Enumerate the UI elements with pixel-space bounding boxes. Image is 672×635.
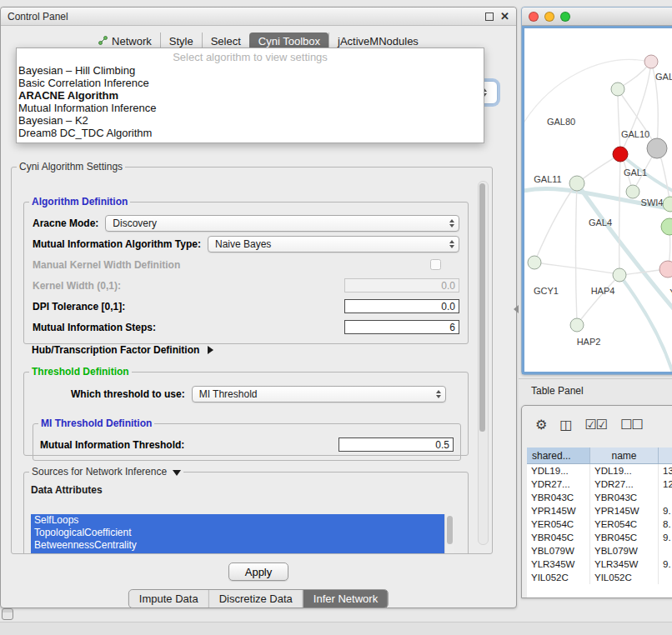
network-graph: GALGAL80GAL10GAL11GAL1SWI4GAL4GCY1HAP4YH…	[524, 28, 672, 373]
algorithm-option-mutual-information-inference[interactable]: Mutual Information Inference	[17, 102, 484, 114]
collapse-arrow-icon[interactable]	[173, 470, 181, 476]
table-cell: YLR345W	[527, 558, 590, 571]
algorithm-option-dream8-dc-tdc-algorithm[interactable]: Dream8 DC_TDC Algorithm	[17, 127, 484, 139]
table-cell: YBR045C	[590, 531, 659, 544]
panel-divider-handle[interactable]	[514, 305, 519, 313]
settings-gear-icon[interactable]: ⚙	[535, 418, 546, 432]
graph-node[interactable]	[644, 55, 658, 68]
graph-edge[interactable]	[578, 275, 619, 323]
column-header-extra[interactable]	[659, 448, 672, 463]
settings-scrollbar[interactable]	[478, 181, 489, 545]
graph-edge[interactable]	[619, 155, 620, 275]
table-row[interactable]: YER054CYER054C8.	[527, 518, 672, 531]
dpi-tolerance-field[interactable]: 0.0	[344, 299, 459, 313]
manual-kernel-width-checkbox[interactable]	[430, 259, 441, 270]
sources-title: Sources for Network Inference	[29, 466, 183, 478]
table-cell: YER054C	[527, 518, 590, 531]
column-header-name[interactable]: name	[590, 448, 659, 463]
algorithm-definition-title: Algorithm Definition	[29, 196, 130, 208]
control-panel-window: Control Panel ✕ NetworkStyleSelectCyni T…	[0, 7, 517, 608]
bottom-tab-discretize-data[interactable]: Discretize Data	[208, 590, 303, 608]
attributes-scrollbar[interactable]	[444, 514, 454, 554]
algorithm-option-aracne-algorithm[interactable]: ARACNE Algorithm	[17, 89, 484, 102]
algorithm-option-bayesian-k2[interactable]: Bayesian – K2	[17, 114, 484, 127]
table-row[interactable]: YPR145WYPR145W9.	[527, 504, 672, 518]
graph-edge[interactable]	[618, 89, 620, 152]
graph-node[interactable]	[528, 256, 541, 269]
combobox-stepper-icon	[449, 219, 454, 228]
threshold-definition-title: Threshold Definition	[29, 366, 132, 378]
bottom-tab-impute-data[interactable]: Impute Data	[129, 590, 208, 608]
mi-threshold-field[interactable]: 0.5	[339, 438, 454, 452]
data-attributes-list: SelfLoopsTopologicalCoefficientBetweenne…	[31, 514, 454, 554]
table-row[interactable]: YDR27...YDR27...12	[527, 478, 672, 491]
graph-node[interactable]	[659, 261, 672, 278]
graph-edge[interactable]	[534, 185, 575, 262]
mi-algorithm-type-select[interactable]: Naive Bayes	[208, 236, 459, 252]
graph-node[interactable]	[626, 185, 639, 198]
tab-label: Select	[211, 35, 241, 48]
table-row[interactable]: YIL052CYIL052C	[527, 571, 672, 584]
graph-edge[interactable]	[619, 275, 672, 373]
table-row[interactable]: YBL079WYBL079W	[527, 544, 672, 558]
graph-edge[interactable]	[576, 183, 578, 323]
bottom-tab-bar: Impute DataDiscretize DataInfer Network	[128, 589, 389, 608]
graph-edge[interactable]	[621, 62, 651, 153]
network-tab-icon	[98, 35, 108, 48]
table-cell: 9.	[659, 531, 672, 544]
network-canvas[interactable]: GALGAL80GAL10GAL11GAL1SWI4GAL4GCY1HAP4YH…	[522, 26, 672, 374]
threshold-definition-group: Threshold Definition Which threshold to …	[23, 366, 469, 456]
select-all-icon[interactable]: ☑☑	[584, 418, 607, 432]
mi-algorithm-type-value: Naive Bayes	[215, 238, 271, 250]
algorithm-dropdown-popup: Select algorithm to view settings Bayesi…	[16, 48, 484, 143]
minimize-traffic-light[interactable]	[544, 12, 554, 22]
data-attribute-item[interactable]: SelfLoops	[31, 514, 444, 527]
algorithm-popup-list: Bayesian – Hill ClimbingBasic Correlatio…	[17, 64, 484, 139]
settings-scrollbar-thumb[interactable]	[479, 183, 485, 432]
data-attribute-item[interactable]: gal4RGexp	[31, 552, 444, 554]
algorithm-option-basic-correlation-inference[interactable]: Basic Correlation Inference	[17, 77, 484, 89]
zoom-traffic-light[interactable]	[560, 12, 570, 22]
table-row[interactable]: YDL19...YDL19...13	[527, 464, 672, 478]
graph-node-label: GAL10	[621, 129, 649, 139]
graph-node[interactable]	[613, 268, 626, 282]
which-threshold-value: MI Threshold	[199, 388, 258, 400]
tab-label: Network	[112, 35, 152, 48]
tab-label: Style	[169, 35, 193, 48]
algorithm-option-bayesian-hill-climbing[interactable]: Bayesian – Hill Climbing	[17, 64, 484, 77]
graph-node[interactable]	[569, 176, 584, 191]
status-bar	[0, 622, 672, 635]
table-row[interactable]: YBR043CYBR043C	[527, 491, 672, 504]
table-row[interactable]: YLR345WYLR345W9.	[527, 558, 672, 571]
graph-node[interactable]	[661, 218, 672, 235]
graph-node[interactable]	[570, 318, 584, 332]
column-selector-icon[interactable]: ◫	[559, 418, 571, 432]
hub-transcription-factor-section[interactable]: Hub/Transcription Factor Definition	[32, 344, 213, 356]
hub-section-label: Hub/Transcription Factor Definition	[32, 344, 199, 356]
graph-node[interactable]	[613, 147, 628, 162]
collapsed-panel-icon[interactable]	[2, 608, 13, 620]
kernel-width-row: Kernel Width (0,1): 0.0	[24, 275, 468, 296]
data-attributes-items: SelfLoopsTopologicalCoefficientBetweenne…	[31, 514, 444, 554]
tab-label: Cyni Toolbox	[258, 35, 320, 48]
control-panel-title: Control Panel	[8, 11, 68, 22]
data-attribute-item[interactable]: TopologicalCoefficient	[31, 527, 444, 539]
aracne-mode-select[interactable]: Discovery	[105, 215, 459, 232]
column-header-shared[interactable]: shared...	[527, 448, 590, 463]
close-traffic-light[interactable]	[529, 12, 539, 22]
graph-edge[interactable]	[524, 60, 649, 128]
mi-steps-field[interactable]: 6	[344, 320, 459, 334]
graph-node[interactable]	[647, 138, 667, 158]
expand-arrow-icon[interactable]	[208, 346, 213, 354]
apply-button[interactable]: Apply	[228, 562, 288, 581]
deselect-all-icon[interactable]: ☐☐	[620, 418, 643, 432]
cyni-algorithm-settings-title: Cyni Algorithm Settings	[17, 161, 125, 172]
float-window-icon[interactable]	[485, 12, 494, 21]
table-row[interactable]: YBR045CYBR045C9.	[527, 531, 672, 544]
attributes-scrollbar-thumb[interactable]	[447, 516, 453, 544]
which-threshold-select[interactable]: MI Threshold	[192, 386, 446, 402]
data-attribute-item[interactable]: BetweennessCentrality	[31, 539, 444, 552]
close-panel-icon[interactable]: ✕	[500, 11, 509, 22]
graph-node[interactable]	[611, 82, 624, 96]
bottom-tab-infer-network[interactable]: Infer Network	[303, 590, 388, 608]
